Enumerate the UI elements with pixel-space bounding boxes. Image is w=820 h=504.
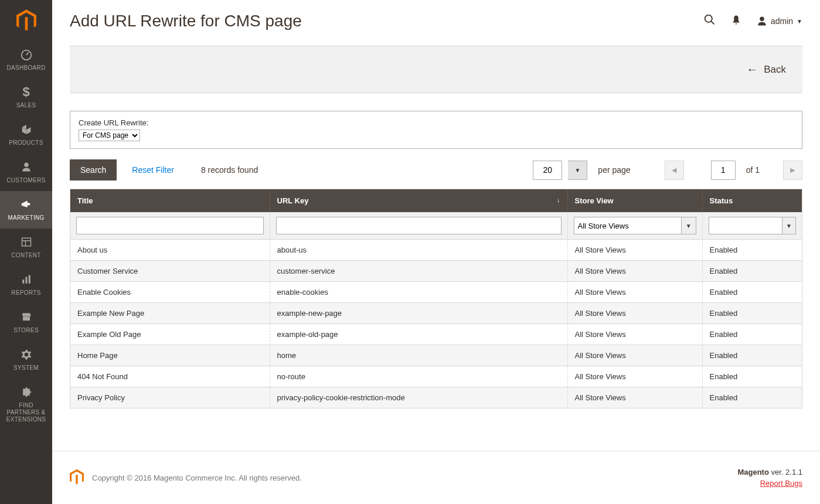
dollar-icon: $ bbox=[22, 84, 29, 100]
svg-rect-6 bbox=[25, 277, 27, 284]
column-header-status[interactable]: Status bbox=[702, 189, 802, 212]
magento-logo[interactable] bbox=[0, 0, 52, 41]
table-row[interactable]: 404 Not Found no-route All Store Views E… bbox=[70, 366, 802, 387]
cell-urlkey: enable-cookies bbox=[270, 282, 567, 303]
cell-urlkey: customer-service bbox=[270, 261, 567, 282]
dashboard-icon bbox=[20, 47, 33, 62]
sidebar-item-label: MARKETING bbox=[8, 214, 44, 222]
sidebar-item-stores[interactable]: STORES bbox=[0, 304, 52, 341]
page-title: Add URL Rewrite for CMS page bbox=[70, 12, 302, 30]
per-page-label: per page bbox=[598, 165, 630, 175]
sidebar-item-label: DASHBOARD bbox=[6, 64, 45, 71]
table-row[interactable]: Privacy Policy privacy-policy-cookie-res… bbox=[70, 387, 802, 408]
per-page-input[interactable] bbox=[533, 161, 562, 180]
layout-icon bbox=[21, 234, 32, 250]
page-of-label: of 1 bbox=[746, 165, 760, 175]
search-button[interactable]: Search bbox=[70, 159, 117, 181]
cell-title: Enable Cookies bbox=[70, 282, 270, 303]
svg-line-9 bbox=[711, 21, 714, 24]
page-header: Add URL Rewrite for CMS page admin ▼ bbox=[52, 0, 820, 46]
next-page-button[interactable]: ► bbox=[783, 161, 802, 180]
sidebar: DASHBOARD $ SALES PRODUCTS CUSTOMERS MAR… bbox=[0, 0, 52, 504]
cell-status: Enabled bbox=[702, 345, 802, 366]
chevron-down-icon[interactable]: ▼ bbox=[782, 217, 796, 234]
svg-point-10 bbox=[760, 17, 764, 22]
sidebar-item-dashboard[interactable]: DASHBOARD bbox=[0, 41, 52, 79]
cell-store: All Store Views bbox=[567, 387, 702, 408]
table-row[interactable]: Enable Cookies enable-cookies All Store … bbox=[70, 282, 802, 303]
sidebar-item-label: STORES bbox=[13, 327, 39, 334]
chevron-down-icon[interactable]: ▼ bbox=[682, 217, 696, 234]
arrow-left-icon: ← bbox=[746, 63, 758, 76]
sidebar-item-label: FIND PARTNERS & EXTENSIONS bbox=[2, 402, 50, 423]
cell-status: Enabled bbox=[702, 324, 802, 345]
back-button[interactable]: ← Back bbox=[746, 63, 802, 76]
per-page-dropdown[interactable]: ▼ bbox=[568, 161, 587, 180]
magento-version: Magento ver. 2.1.1 bbox=[737, 468, 802, 476]
back-label: Back bbox=[764, 64, 786, 76]
sidebar-item-customers[interactable]: CUSTOMERS bbox=[0, 154, 52, 191]
filter-status-select[interactable] bbox=[709, 217, 782, 234]
copyright-text: Copyright © 2016 Magento Commerce Inc. A… bbox=[92, 474, 302, 482]
cell-urlkey: about-us bbox=[270, 240, 567, 261]
cell-store: All Store Views bbox=[567, 303, 702, 324]
sidebar-item-sales[interactable]: $ SALES bbox=[0, 79, 52, 116]
cell-store: All Store Views bbox=[567, 324, 702, 345]
create-rewrite-select[interactable]: For CMS page bbox=[79, 130, 140, 141]
search-icon[interactable] bbox=[703, 13, 716, 29]
filter-title-input[interactable] bbox=[76, 217, 264, 234]
bar-chart-icon bbox=[21, 272, 32, 287]
cell-status: Enabled bbox=[702, 366, 802, 387]
sidebar-item-label: CUSTOMERS bbox=[6, 177, 45, 184]
filter-urlkey-input[interactable] bbox=[276, 217, 562, 234]
sidebar-item-label: CONTENT bbox=[11, 252, 40, 259]
svg-point-1 bbox=[24, 163, 29, 168]
table-row[interactable]: About us about-us All Store Views Enable… bbox=[70, 240, 802, 261]
table-row[interactable]: Home Page home All Store Views Enabled bbox=[70, 345, 802, 366]
sidebar-item-system[interactable]: SYSTEM bbox=[0, 341, 52, 379]
admin-user-menu[interactable]: admin ▼ bbox=[757, 16, 802, 26]
sidebar-item-products[interactable]: PRODUCTS bbox=[0, 116, 52, 154]
cell-title: Customer Service bbox=[70, 261, 270, 282]
cell-title: Example New Page bbox=[70, 303, 270, 324]
sidebar-item-label: SALES bbox=[16, 102, 36, 109]
admin-username: admin bbox=[771, 16, 793, 26]
table-row[interactable]: Example New Page example-new-page All St… bbox=[70, 303, 802, 324]
create-rewrite-label: Create URL Rewrite: bbox=[79, 118, 794, 127]
bell-icon[interactable] bbox=[731, 14, 741, 29]
column-header-title[interactable]: Title bbox=[70, 189, 270, 212]
column-header-store[interactable]: Store View bbox=[567, 189, 702, 212]
cell-store: All Store Views bbox=[567, 261, 702, 282]
cell-status: Enabled bbox=[702, 261, 802, 282]
cell-store: All Store Views bbox=[567, 345, 702, 366]
sidebar-item-reports[interactable]: REPORTS bbox=[0, 266, 52, 304]
records-found: 8 records found bbox=[201, 165, 258, 175]
sidebar-item-partners[interactable]: FIND PARTNERS & EXTENSIONS bbox=[0, 379, 52, 430]
cell-title: 404 Not Found bbox=[70, 366, 270, 387]
cell-status: Enabled bbox=[702, 282, 802, 303]
svg-rect-7 bbox=[28, 275, 30, 284]
cube-icon bbox=[21, 122, 32, 137]
page-input[interactable] bbox=[711, 161, 736, 180]
cell-urlkey: example-new-page bbox=[270, 303, 567, 324]
table-row[interactable]: Example Old Page example-old-page All St… bbox=[70, 324, 802, 345]
cell-title: About us bbox=[70, 240, 270, 261]
sidebar-item-label: REPORTS bbox=[11, 290, 40, 297]
sidebar-item-label: PRODUCTS bbox=[9, 139, 43, 147]
report-bugs-link[interactable]: Report Bugs bbox=[737, 479, 802, 488]
cell-store: All Store Views bbox=[567, 366, 702, 387]
svg-point-8 bbox=[705, 15, 712, 22]
cell-title: Privacy Policy bbox=[70, 387, 270, 408]
cell-title: Example Old Page bbox=[70, 324, 270, 345]
filter-store-select[interactable] bbox=[574, 217, 682, 234]
page-footer: Copyright © 2016 Magento Commerce Inc. A… bbox=[52, 451, 820, 504]
sidebar-item-content[interactable]: CONTENT bbox=[0, 229, 52, 266]
column-header-urlkey[interactable]: URL Key↓ bbox=[270, 189, 567, 212]
sidebar-item-marketing[interactable]: MARKETING bbox=[0, 191, 52, 229]
cell-status: Enabled bbox=[702, 387, 802, 408]
cell-urlkey: privacy-policy-cookie-restriction-mode bbox=[270, 387, 567, 408]
table-row[interactable]: Customer Service customer-service All St… bbox=[70, 261, 802, 282]
reset-filter-link[interactable]: Reset Filter bbox=[132, 165, 174, 175]
prev-page-button[interactable]: ◄ bbox=[665, 161, 684, 180]
cell-urlkey: example-old-page bbox=[270, 324, 567, 345]
